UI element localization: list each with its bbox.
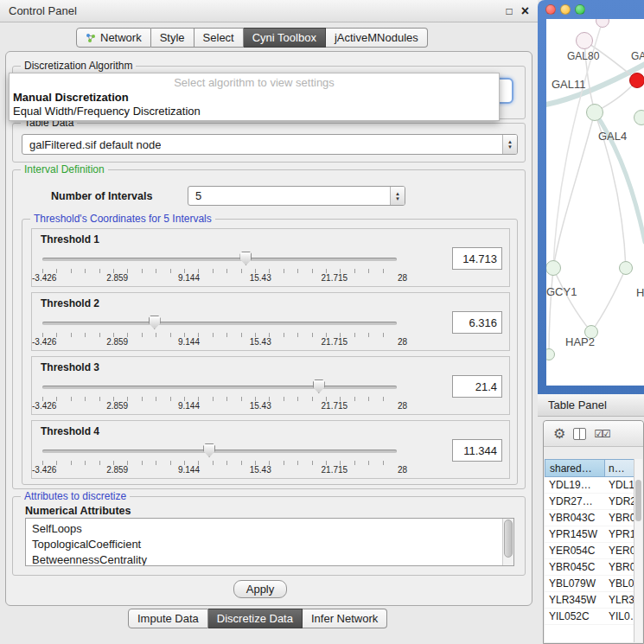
tab-cyni-toolbox[interactable]: Cyni Toolbox	[244, 28, 326, 48]
table-cell[interactable]: YBL079W	[545, 577, 605, 590]
mac-zoom-light[interactable]	[575, 4, 585, 15]
table-row[interactable]: YBL079WYBL0…	[545, 576, 634, 592]
columns-icon[interactable]	[573, 428, 586, 440]
threshold-1-slider[interactable]	[42, 252, 397, 267]
scale-tick-label: 21.715	[322, 337, 348, 347]
table-row[interactable]: YBR043CYBR0…	[545, 510, 634, 526]
table-data-stepper[interactable]: ▲ ▼	[502, 135, 517, 154]
slider-track	[42, 450, 397, 453]
scale-tick-label: 28	[398, 465, 407, 475]
table-toolbar: ⚙ ☑☑	[544, 421, 643, 447]
numerical-attributes-list[interactable]: SelfLoopsTopologicalCoefficientBetweenne…	[25, 518, 514, 566]
table-cell[interactable]: YLR3…	[605, 594, 634, 606]
dropdown-option-equal-width-frequency[interactable]: Equal Width/Frequency Discretization	[10, 105, 499, 118]
table-cell[interactable]: YIL0…	[605, 610, 634, 622]
scale-tick-label: 15.43	[250, 337, 271, 347]
slider-track	[42, 322, 397, 325]
tab-impute-data[interactable]: Impute Data	[128, 609, 208, 628]
table-cell[interactable]: YIL052C	[545, 610, 605, 622]
thresholds-coordinates-group-label: Threshold's Coordinates for 5 Intervals	[30, 213, 215, 225]
threshold-2-value-field[interactable]: 6.316	[452, 311, 502, 334]
threshold-3-value-field[interactable]: 21.4	[452, 375, 502, 398]
threshold-1-value-field[interactable]: 14.713	[452, 247, 502, 270]
tab-jactivemnodules[interactable]: jActiveMNodules	[326, 28, 428, 48]
network-node[interactable]	[619, 261, 633, 275]
table-data-combobox-value: galFiltered.sif default node	[29, 138, 161, 151]
table-cell[interactable]: YBR043C	[545, 512, 605, 524]
tab-impute-data-label: Impute Data	[137, 612, 199, 625]
threshold-2-slider[interactable]	[42, 316, 397, 331]
threshold-1-label: Threshold 1	[41, 233, 99, 245]
table-row[interactable]: YDL19…YDL1…	[545, 477, 634, 494]
network-window: GAL80GAGAL11GAL4GCY1HHAP2	[538, 0, 644, 394]
mac-close-light[interactable]	[545, 4, 556, 15]
close-window-icon[interactable]: ×	[521, 6, 529, 16]
table-cell[interactable]: YBR0…	[605, 561, 634, 573]
table-cell[interactable]: YPR145W	[545, 528, 605, 540]
tab-infer-network[interactable]: Infer Network	[303, 609, 387, 628]
scale-tick-label: 15.43	[250, 273, 271, 283]
attribute-item[interactable]: BetweennessCentrality	[32, 552, 500, 566]
table-cell[interactable]: YDL19…	[545, 479, 605, 491]
slider-thumb[interactable]	[149, 316, 161, 329]
gear-icon[interactable]: ⚙	[553, 427, 565, 441]
attribute-item[interactable]: SelfLoops	[32, 521, 500, 537]
table-row[interactable]: YBR045CYBR0…	[545, 559, 634, 576]
number-of-intervals-stepper[interactable]: ▲ ▼	[390, 187, 405, 205]
table-cell[interactable]: YPR1…	[605, 528, 634, 540]
network-node[interactable]	[576, 32, 593, 49]
apply-button[interactable]: Apply	[233, 580, 287, 598]
table-scrollbar-thumb[interactable]	[635, 480, 641, 521]
threshold-4-slider[interactable]	[42, 443, 397, 459]
table-cell[interactable]: YDL1…	[605, 479, 634, 491]
column-header-shared-name[interactable]: shared…	[545, 459, 605, 477]
table-cell[interactable]: YDR2…	[605, 495, 634, 507]
slider-thumb[interactable]	[203, 443, 215, 457]
dropdown-option-manual-discretization[interactable]: Manual Discretization	[10, 91, 499, 105]
table-cell[interactable]: YER054C	[545, 545, 605, 557]
table-cell[interactable]: YBR045C	[545, 561, 605, 573]
table-row[interactable]: YDR27…YDR2…	[545, 494, 634, 510]
table-cell[interactable]: YBR0…	[605, 512, 634, 524]
mac-minimize-light[interactable]	[560, 4, 571, 15]
table-row[interactable]: YLR345WYLR3…	[545, 592, 634, 609]
table-cell[interactable]: YLR345W	[545, 594, 605, 606]
table-scrollbar[interactable]	[634, 459, 642, 642]
tab-select[interactable]: Select	[194, 28, 244, 48]
slider-thumb[interactable]	[313, 379, 325, 393]
slider-thumb[interactable]	[239, 252, 252, 265]
select-columns-icon[interactable]: ☑☑	[594, 428, 609, 440]
slider-scale: -3.4262.8599.14415.4321.71528	[32, 465, 407, 475]
tab-style[interactable]: Style	[151, 28, 194, 48]
number-of-intervals-combobox[interactable]: 5 ▲ ▼	[188, 186, 405, 206]
scale-tick-label: -3.426	[32, 337, 56, 347]
float-window-icon[interactable]: □	[506, 5, 512, 17]
algorithm-dropdown-popup: Select algorithm to view settings Manual…	[9, 73, 500, 121]
table-row[interactable]: YER054CYER0…	[545, 543, 634, 559]
attributes-scrollbar-thumb[interactable]	[504, 520, 513, 558]
network-node[interactable]	[634, 110, 644, 125]
slider-track	[42, 258, 397, 261]
network-edge	[591, 268, 626, 332]
attributes-scrollbar[interactable]	[502, 519, 513, 565]
table-cell[interactable]: YER0…	[605, 545, 634, 557]
network-node[interactable]	[629, 73, 644, 88]
threshold-4-value-field[interactable]: 11.344	[452, 439, 502, 462]
tab-discretize-data[interactable]: Discretize Data	[208, 609, 303, 628]
column-header-name[interactable]: n…	[605, 459, 634, 477]
stepper-down-icon: ▼	[395, 196, 400, 201]
threshold-3-slider[interactable]	[42, 379, 397, 395]
attribute-item[interactable]: TopologicalCoefficient	[32, 537, 500, 552]
table-data-combobox[interactable]: galFiltered.sif default node ▲ ▼	[22, 134, 518, 155]
network-canvas[interactable]: GAL80GAGAL11GAL4GCY1HHAP2	[546, 19, 644, 386]
threshold-3-box: Threshold 3 -3.4262.8599.14415.4321.7152…	[31, 356, 510, 415]
node-label: GAL11	[552, 78, 586, 91]
table-cell[interactable]: YBL0…	[605, 577, 634, 590]
network-node[interactable]	[586, 104, 603, 121]
table-row[interactable]: YPR145WYPR1…	[545, 526, 634, 543]
table-cell[interactable]: YDR27…	[545, 495, 605, 507]
tab-network[interactable]: Network	[76, 28, 151, 48]
number-of-intervals-value: 5	[195, 189, 201, 202]
table-row[interactable]: YIL052CYIL0…	[545, 609, 634, 625]
scale-tick-label: 9.144	[178, 401, 200, 411]
